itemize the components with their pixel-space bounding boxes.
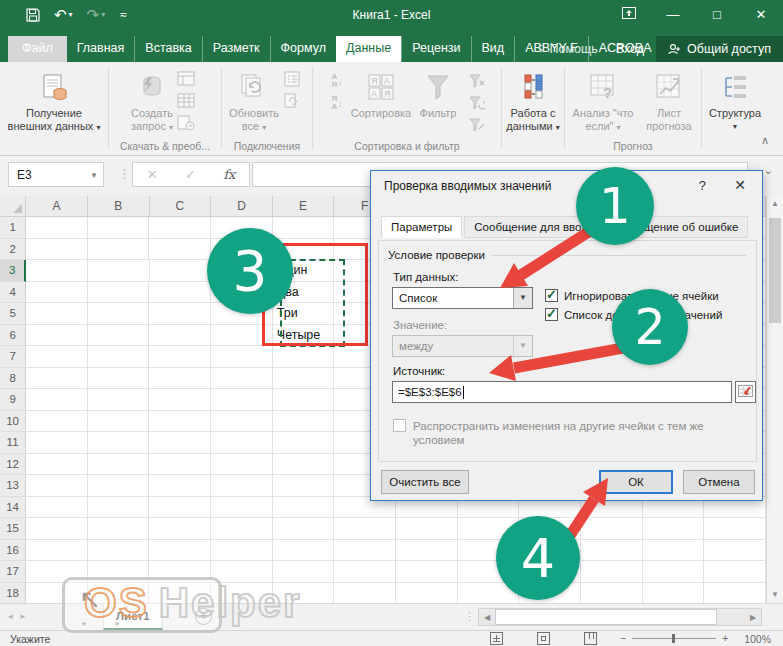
sort-za-icon[interactable]: ЯА↓ [327,94,347,112]
cell-B7[interactable] [88,346,150,368]
cell-K15[interactable] [643,518,705,540]
cell-I15[interactable] [519,518,581,540]
from-table-icon[interactable] [176,92,196,110]
cell-A2[interactable] [26,239,88,261]
sign-in-link[interactable]: Вход [604,42,656,56]
cell-L15[interactable] [704,518,766,540]
cell-L18[interactable] [704,583,766,604]
tab-home[interactable]: Главная [67,36,135,62]
cell-I18[interactable] [519,583,581,604]
cell-K18[interactable] [643,583,705,604]
scroll-right-icon[interactable]: ▶ [745,613,761,622]
cell-C15[interactable] [149,518,211,540]
vertical-scroll-thumb[interactable] [769,218,781,323]
save-icon[interactable] [26,8,40,22]
cell-D16[interactable] [211,540,273,562]
cell-G17[interactable] [396,561,458,583]
cell-C18[interactable] [149,583,211,604]
row-header-12[interactable]: 12 [0,454,26,476]
outline-button[interactable]: Структура ▾ [709,68,761,133]
row-header-14[interactable]: 14 [0,497,26,519]
tab-file[interactable]: Файл [8,36,67,62]
cell-A17[interactable] [26,561,88,583]
cell-B6[interactable] [88,325,150,347]
cancel-entry-icon[interactable]: ✕ [147,167,158,182]
cell-F16[interactable] [334,540,396,562]
cell-A9[interactable] [26,389,88,411]
cell-L17[interactable] [704,561,766,583]
add-sheet-icon[interactable]: + [195,608,212,625]
show-queries-icon[interactable] [176,70,196,88]
horizontal-scrollbar[interactable]: ◀ ▶ [478,608,762,626]
cell-H18[interactable] [458,583,520,604]
row-header-6[interactable]: 6 [0,325,26,347]
cell-A18[interactable] [26,583,88,604]
sort-az-icon[interactable]: АЯ↓ [327,72,347,90]
data-tools-button[interactable]: Работа с данными ▾ [506,68,559,134]
zoom-in-icon[interactable]: + [722,632,728,644]
row-header-4[interactable]: 4 [0,282,26,304]
row-header-1[interactable]: 1 [0,217,26,239]
cell-D14[interactable] [211,497,273,519]
cell-C12[interactable] [149,454,211,476]
cell-C2[interactable] [149,239,211,261]
row-header-7[interactable]: 7 [0,346,26,368]
column-header-D[interactable]: D [211,196,273,217]
horizontal-scroll-thumb[interactable] [495,609,717,625]
cell-C13[interactable] [149,475,211,497]
hscroll-resize-handle[interactable]: ⋮ [464,610,475,623]
cell-C1[interactable] [149,217,211,239]
zoom-out-icon[interactable]: − [620,632,626,644]
edit-links-icon[interactable] [282,92,302,110]
cell-B17[interactable] [88,561,150,583]
cell-E1[interactable] [273,217,335,239]
cell-A13[interactable] [26,475,88,497]
clear-all-button[interactable]: Очистить все [381,470,469,494]
sheet-tab-active[interactable]: Лист1 [103,604,163,630]
recent-sources-icon[interactable] [176,114,196,132]
name-box[interactable]: E3 ▾ [8,162,104,187]
cell-C6[interactable] [149,325,211,347]
get-external-data-button[interactable]: Получение внешних данных ▾ [8,68,101,134]
cell-E18[interactable] [273,583,335,604]
cell-C10[interactable] [149,411,211,433]
zoom-level[interactable]: 100% [744,633,771,645]
dialog-tab-input-message[interactable]: Сообщение для ввода [464,216,604,238]
cell-C11[interactable] [149,432,211,454]
expand-formula-bar-icon[interactable]: ⌄ [764,164,773,177]
confirm-entry-icon[interactable]: ✓ [185,167,196,182]
row-header-17[interactable]: 17 [0,561,26,583]
tab-insert[interactable]: Вставка [134,36,201,62]
cell-B1[interactable] [88,217,150,239]
cell-G16[interactable] [396,540,458,562]
cell-D9[interactable] [211,389,273,411]
column-header-E[interactable]: E [273,196,335,217]
cell-B14[interactable] [88,497,150,519]
forecast-sheet-button[interactable]: Лист прогноза [639,68,699,133]
tab-data[interactable]: Данные [336,36,401,62]
cell-E17[interactable] [273,561,335,583]
cell-F15[interactable] [334,518,396,540]
cell-J18[interactable] [581,583,643,604]
ribbon-display-options-icon[interactable] [607,0,651,30]
vertical-scrollbar[interactable]: ▲ ▼ [766,196,783,603]
cell-E7[interactable] [273,346,335,368]
tab-formulas[interactable]: Формул [270,36,336,62]
select-all-corner[interactable] [0,196,26,217]
cell-A8[interactable] [26,368,88,390]
row-header-13[interactable]: 13 [0,475,26,497]
row-header-5[interactable]: 5 [0,303,26,325]
cell-E10[interactable] [273,411,335,433]
cell-C16[interactable] [149,540,211,562]
cell-A1[interactable] [26,217,88,239]
cell-A16[interactable] [26,540,88,562]
redo-icon[interactable]: ↷▾ [87,0,106,30]
cell-A11[interactable] [26,432,88,454]
insert-function-icon[interactable]: fx [223,167,235,182]
page-layout-view-icon[interactable] [537,632,550,645]
cell-B13[interactable] [88,475,150,497]
dialog-tab-settings[interactable]: Параметры [381,216,462,238]
cell-E12[interactable] [273,454,335,476]
row-header-2[interactable]: 2 [0,239,26,261]
row-header-15[interactable]: 15 [0,518,26,540]
